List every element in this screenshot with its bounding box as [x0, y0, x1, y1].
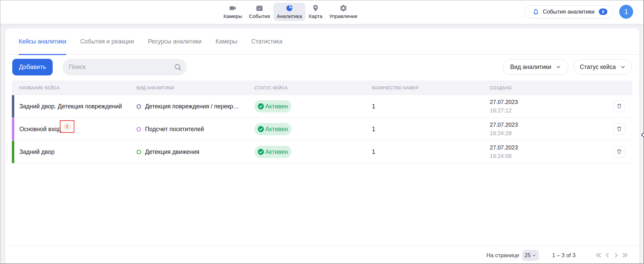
nav-item-analytics[interactable]: Аналитика	[273, 3, 305, 21]
tab-label: События и реакции	[80, 38, 134, 45]
previous-page-icon[interactable]	[603, 251, 612, 260]
nav-item-cameras[interactable]: Камеры	[220, 3, 246, 21]
column-header-analytics-type: ВИД АНАЛИТИКИ	[137, 81, 174, 95]
analytics-type-ring-icon	[137, 104, 141, 109]
events-count-badge: 0	[599, 8, 607, 15]
nav-item-management[interactable]: Управление	[326, 3, 361, 21]
calendar-check-icon	[255, 4, 264, 12]
next-page-icon[interactable]	[612, 251, 621, 260]
tab-label: Камеры	[216, 38, 237, 45]
row-accent-bar	[12, 141, 14, 163]
created-time: 16:27:12	[490, 106, 518, 115]
trash-icon	[616, 148, 623, 156]
column-header-case-status: СТАТУС КЕЙСА	[254, 81, 288, 95]
camera-count: 1	[372, 126, 375, 133]
analytics-type-filter[interactable]: Вид аналитики	[503, 59, 568, 75]
per-page-value: 25	[525, 252, 531, 259]
created-date: 27.07.2023	[490, 143, 518, 152]
analytics-tabs: Кейсы аналитики События и реакции Ресурс…	[5, 29, 639, 55]
analytics-events-label: События аналитики	[543, 8, 594, 15]
status-label: Активен	[265, 148, 288, 156]
pie-chart-icon	[285, 4, 293, 12]
app-screen: Камеры События Аналитика Карта	[0, 0, 644, 264]
paginator-arrows	[594, 246, 629, 264]
analytics-type-ring-icon	[137, 127, 141, 131]
column-header-case-name: НАЗВАНИЕ КЕЙСА	[19, 81, 59, 95]
search-input[interactable]	[69, 64, 174, 71]
map-pin-icon	[311, 4, 320, 12]
chevron-down-icon	[556, 64, 561, 70]
analytics-type-ring-icon	[137, 150, 141, 154]
tab-label: Ресурсы аналитики	[148, 38, 201, 45]
nav-item-label: Управление	[329, 13, 357, 19]
case-status-filter[interactable]: Статус кейса	[574, 59, 632, 75]
trash-icon	[616, 125, 623, 133]
page-range-text: 1 – 3 of 3	[553, 246, 575, 264]
user-avatar[interactable]: 1	[619, 5, 633, 19]
chevron-down-icon	[532, 253, 536, 258]
tab-events-reactions[interactable]: События и реакции	[80, 29, 134, 54]
alert-annotation-box: !	[60, 120, 74, 133]
check-circle-icon	[258, 126, 264, 132]
table-row[interactable]: Задний двор. Детекция повреждений Детекц…	[12, 95, 632, 118]
tab-label: Статистика	[251, 38, 283, 45]
camera-count-cell: 1	[372, 118, 375, 140]
delete-case-button[interactable]	[613, 123, 625, 135]
created-cell: 27.07.2023 16:24:28	[490, 118, 518, 140]
case-name-cell: Задний двор	[19, 141, 54, 163]
nav-item-label: События	[249, 13, 270, 19]
trash-icon	[616, 103, 623, 110]
analytics-type-label: Подсчет посетителей	[145, 126, 204, 133]
status-label: Активен	[265, 126, 288, 133]
analytics-type-label: Детекция движения	[145, 148, 199, 156]
nav-item-label: Карта	[309, 13, 322, 19]
chevron-down-icon	[620, 64, 626, 70]
created-time: 16:24:08	[490, 152, 518, 160]
tab-analytics-cases[interactable]: Кейсы аналитики	[19, 29, 66, 54]
main-nav: Камеры События Аналитика Карта	[220, 3, 361, 21]
table-header-row: НАЗВАНИЕ КЕЙСА ВИД АНАЛИТИКИ СТАТУС КЕЙС…	[12, 81, 632, 95]
analytics-type-cell: Детекция повреждения / перекр…	[137, 95, 239, 118]
camera-count: 1	[372, 148, 375, 156]
row-accent-bar	[12, 95, 14, 118]
delete-case-button[interactable]	[613, 146, 625, 158]
filter-label: Статус кейса	[580, 64, 616, 71]
tab-analytics-resources[interactable]: Ресурсы аналитики	[148, 29, 201, 54]
first-page-icon[interactable]	[594, 251, 603, 260]
search-icon	[174, 63, 182, 71]
nav-item-label: Аналитика	[277, 13, 302, 19]
table-row[interactable]: Задний двор Детекция движения Активен 1	[12, 141, 632, 163]
tab-cameras[interactable]: Камеры	[216, 29, 237, 54]
status-label: Активен	[265, 103, 288, 110]
top-navigation-bar: Камеры События Аналитика Карта	[0, 0, 644, 24]
case-name-cell: Задний двор. Детекция повреждений	[19, 95, 122, 118]
per-page-select[interactable]: 25	[522, 250, 539, 261]
nav-item-map[interactable]: Карта	[305, 3, 326, 21]
per-page-label: На странице	[486, 246, 519, 264]
analytics-type-cell: Детекция движения	[137, 141, 199, 163]
analytics-events-button[interactable]: События аналитики 0	[524, 5, 614, 18]
status-badge: Активен	[254, 146, 291, 158]
check-circle-icon	[258, 149, 264, 155]
delete-case-button[interactable]	[613, 101, 625, 112]
tab-statistics[interactable]: Статистика	[251, 29, 283, 54]
nav-item-events[interactable]: События	[246, 3, 273, 21]
last-page-icon[interactable]	[621, 251, 629, 260]
table-row[interactable]: Основной вход ! Подсчет посетителей Акти…	[12, 118, 632, 141]
search-box	[62, 59, 187, 75]
status-badge: Активен	[254, 100, 291, 112]
add-button[interactable]: Добавить	[12, 59, 53, 75]
case-name-cell: Основной вход !	[19, 118, 61, 140]
status-badge: Активен	[254, 123, 291, 135]
tab-label: Кейсы аналитики	[19, 38, 66, 45]
created-date: 27.07.2023	[490, 98, 518, 106]
analytics-type-label: Детекция повреждения / перекр…	[145, 103, 239, 110]
case-status-cell: Активен	[254, 95, 291, 118]
gear-icon	[339, 4, 347, 12]
analytics-card: Кейсы аналитики События и реакции Ресурс…	[5, 29, 639, 264]
column-header-camera-count: КОЛИЧЕСТВО КАМЕР	[372, 81, 418, 95]
video-camera-icon	[229, 4, 237, 12]
filter-label: Вид аналитики	[510, 64, 551, 71]
camera-count: 1	[372, 103, 375, 110]
case-name: Задний двор. Детекция повреждений	[19, 103, 122, 110]
